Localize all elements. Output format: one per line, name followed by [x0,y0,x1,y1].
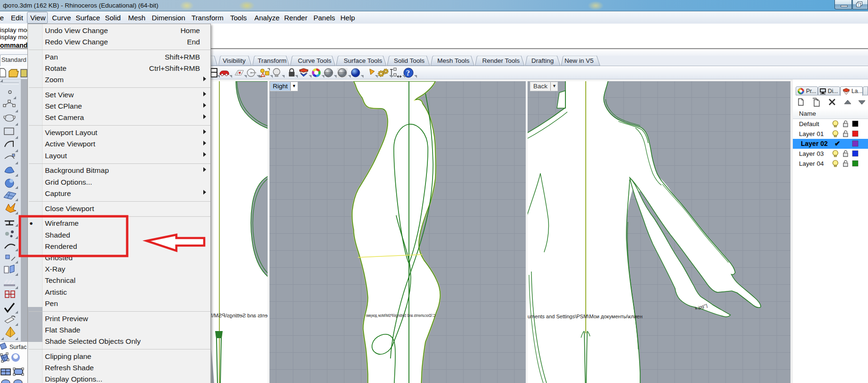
svg-text:Mesh Tools: Mesh Tools [437,57,469,64]
svg-text:Drafting: Drafting [531,57,554,64]
svg-text:?: ? [406,69,410,77]
svg-text:Render Tools: Render Tools [482,57,520,64]
svg-text:Curve Tools: Curve Tools [298,57,331,64]
svg-text:New in V5: New in V5 [564,57,594,64]
svg-text:Visibility: Visibility [223,57,246,64]
svg-text:ents and Settings\PSM\M: ents and Settings\PSM\M [211,313,268,318]
svg-text:Solid Tools: Solid Tools [394,57,425,64]
svg-text:uments and Settings\PSM\Мои до: uments and Settings\PSM\Мои документы\кл… [528,314,642,319]
svg-text:Transform: Transform [258,57,286,64]
svg-text:C:\Documents and Settings\PSM\: C:\Documents and Settings\PSM\Мои докуме [366,313,435,318]
svg-text:Surface Tools: Surface Tools [344,57,382,64]
